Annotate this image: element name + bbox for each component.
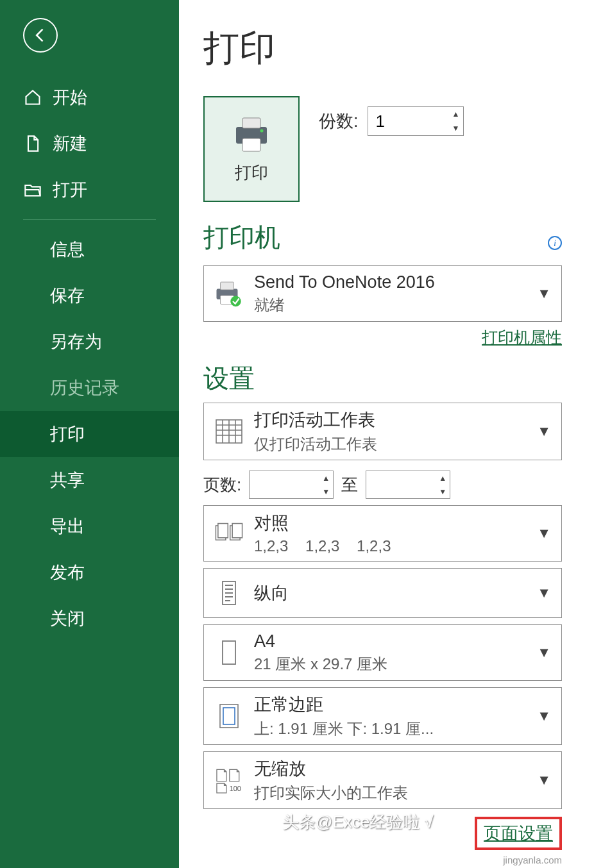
page-setup-highlight: 页面设置 [475,817,562,850]
scaling-title: 无缩放 [254,757,533,780]
sidebar-divider [23,219,156,220]
arrow-left-icon [31,26,49,44]
collate-sub: 1,2,3 1,2,3 1,2,3 [254,537,533,555]
pages-to-spinner[interactable]: ▲▼ [366,471,450,499]
settings-section-title: 设置 [203,361,562,396]
spinner-down[interactable]: ▼ [319,485,333,498]
label: 新建 [53,132,87,155]
printer-section-title: 打印机 [203,220,280,255]
sidebar-item-saveas[interactable]: 另存为 [0,319,179,365]
label: 信息 [50,238,85,261]
pages-from-spinner[interactable]: ▲▼ [249,471,334,499]
new-file-icon [23,134,42,153]
copies-label: 份数: [319,110,359,133]
printer-section-head: 打印机 i [203,220,562,255]
sidebar-item-save[interactable]: 保存 [0,272,179,319]
folder-open-icon [23,180,42,199]
svg-rect-1 [242,118,260,128]
label: 历史记录 [50,376,119,399]
sidebar-item-history: 历史记录 [0,365,179,411]
spinner-down[interactable]: ▼ [436,485,450,498]
printer-name: Send To OneNote 2016 [254,272,533,292]
collate-icon [210,514,248,553]
sidebar-item-publish[interactable]: 发布 [0,549,179,596]
svg-point-7 [230,296,241,307]
print-button-label: 打印 [235,162,268,184]
pages-to-label: 至 [341,474,358,496]
chevron-down-icon: ▼ [533,585,555,601]
svg-point-3 [260,129,264,133]
paper-dropdown[interactable]: A4 21 厘米 x 29.7 厘米 ▼ [203,624,562,681]
copies-spinner[interactable]: ▲ ▼ [368,106,464,136]
label: 共享 [50,469,85,492]
spinner-up[interactable]: ▲ [319,471,333,485]
margins-title: 正常边距 [254,693,533,716]
spinner-buttons: ▲ ▼ [449,107,463,135]
printer-icon [231,114,272,155]
info-icon[interactable]: i [548,236,562,250]
svg-rect-10 [218,524,228,538]
svg-rect-2 [242,138,260,151]
backstage-sidebar: 开始 新建 打开 信息 保存 另存为 历史记录 打印 共享 导出 发布 关闭 [0,0,179,868]
sidebar-item-open[interactable]: 打开 [0,167,179,213]
print-panel: 打印 打印 份数: ▲ ▼ 打印机 i [179,0,594,868]
label: 关闭 [50,607,85,630]
paper-sub: 21 厘米 x 29.7 厘米 [254,654,533,674]
printer-dropdown[interactable]: Send To OneNote 2016 就绪 ▼ [203,265,562,322]
margins-icon [210,697,248,735]
home-icon [23,88,42,107]
page-title: 打印 [203,24,562,73]
svg-rect-14 [223,641,235,664]
sidebar-item-info[interactable]: 信息 [0,226,179,272]
chevron-down-icon: ▼ [533,285,555,302]
margins-sub: 上: 1.91 厘米 下: 1.91 厘... [254,719,533,739]
label: 保存 [50,284,85,307]
copies-row: 份数: ▲ ▼ [319,106,464,136]
orientation-title: 纵向 [254,581,533,605]
scaling-sub: 打印实际大小的工作表 [254,783,533,803]
print-button[interactable]: 打印 [203,96,300,202]
chevron-down-icon: ▼ [533,708,555,724]
label: 打开 [53,178,87,201]
chevron-down-icon: ▼ [533,423,555,440]
spinner-up[interactable]: ▲ [449,107,463,121]
spinner-down[interactable]: ▼ [449,121,463,135]
back-button[interactable] [23,18,58,53]
orientation-dropdown[interactable]: 纵向 ▼ [203,568,562,618]
sidebar-item-close[interactable]: 关闭 [0,596,179,642]
label: 另存为 [50,330,102,353]
svg-rect-5 [221,282,234,290]
printer-properties-link[interactable]: 打印机属性 [482,328,562,346]
chevron-down-icon: ▼ [533,772,555,789]
svg-text:100: 100 [230,785,241,792]
scope-sub: 仅打印活动工作表 [254,434,533,455]
collate-dropdown[interactable]: 对照 1,2,3 1,2,3 1,2,3 ▼ [203,505,562,562]
pages-from-label: 页数: [203,474,241,496]
collate-title: 对照 [254,512,533,535]
chevron-down-icon: ▼ [533,525,555,542]
scaling-dropdown[interactable]: 100 无缩放 打印实际大小的工作表 ▼ [203,751,562,809]
chevron-down-icon: ▼ [533,644,555,661]
label: 打印 [50,422,85,446]
label: 发布 [50,561,85,584]
sidebar-item-home[interactable]: 开始 [0,74,179,121]
page-setup-link[interactable]: 页面设置 [484,824,553,843]
sidebar-item-print[interactable]: 打印 [0,411,179,457]
spinner-up[interactable]: ▲ [436,471,450,485]
sidebar-item-share[interactable]: 共享 [0,457,179,503]
sidebar-item-new[interactable]: 新建 [0,121,179,167]
scaling-icon: 100 [210,761,248,799]
label: 导出 [50,515,85,538]
margins-dropdown[interactable]: 正常边距 上: 1.91 厘米 下: 1.91 厘... ▼ [203,687,562,745]
portrait-icon [210,574,248,612]
svg-rect-12 [232,524,242,538]
printer-status-icon [210,274,248,313]
print-row: 打印 份数: ▲ ▼ [203,96,562,202]
print-scope-dropdown[interactable]: 打印活动工作表 仅打印活动工作表 ▼ [203,403,562,460]
pages-row: 页数: ▲▼ 至 ▲▼ [203,471,562,499]
worksheet-icon [210,412,248,451]
watermark-overlay: 头条@Exce经验啦 √ [282,811,434,833]
printer-properties-row: 打印机属性 [203,327,562,348]
sidebar-item-export[interactable]: 导出 [0,503,179,549]
printer-text: Send To OneNote 2016 就绪 [254,272,533,315]
